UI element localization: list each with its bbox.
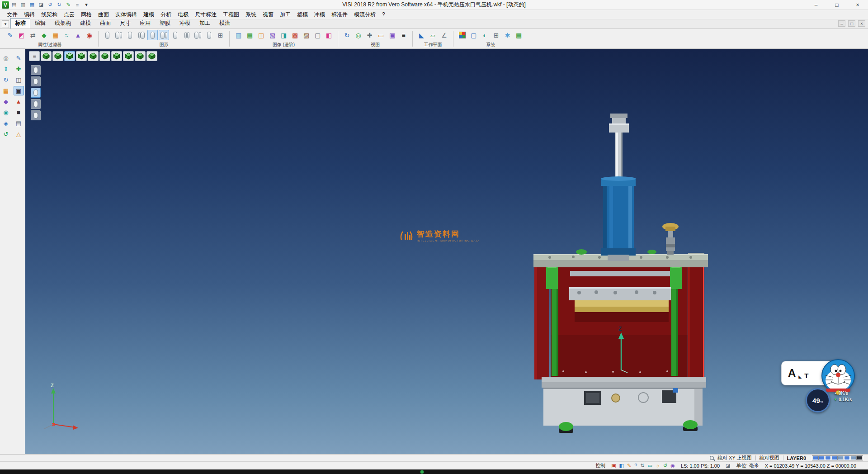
view-cube-icon[interactable] xyxy=(111,51,122,61)
zoom-window-icon[interactable]: ▭ xyxy=(376,30,386,40)
snowflake-icon[interactable]: ✱ xyxy=(502,30,513,40)
color-swatch[interactable] xyxy=(819,456,825,460)
tab-overflow-button[interactable]: ▼ xyxy=(2,20,9,28)
graphics-style-icon[interactable] xyxy=(147,30,158,40)
color-swatch[interactable] xyxy=(844,456,850,460)
color-swatch[interactable] xyxy=(825,456,831,460)
display-mode-icon[interactable]: ◧ xyxy=(619,463,624,468)
new-file-icon[interactable]: ▤ xyxy=(10,1,18,9)
color-swatch[interactable] xyxy=(838,456,844,460)
view-cube-icon[interactable] xyxy=(41,51,52,61)
workplane-corner-icon[interactable]: ◣ xyxy=(416,30,427,40)
pan-icon[interactable]: ✚ xyxy=(364,30,375,40)
graphics-style-icon[interactable] xyxy=(159,30,169,40)
notes-tool-icon[interactable]: ▤ xyxy=(14,118,24,128)
monitor-icon[interactable]: ▢ xyxy=(468,30,479,40)
graphics-style-icon[interactable] xyxy=(136,30,146,40)
tab-machining[interactable]: 加工 xyxy=(195,18,215,28)
attribute-pencil-icon[interactable]: ✎ xyxy=(5,30,15,40)
backhatch-icon[interactable]: ▨ xyxy=(301,30,311,40)
wireframe-box-icon[interactable]: ▢ xyxy=(312,30,323,40)
globe-icon[interactable]: ◐ xyxy=(480,30,490,40)
halfshade-icon[interactable]: ◨ xyxy=(278,30,289,40)
graphics-style-icon[interactable] xyxy=(102,30,113,40)
absolute-view-label[interactable]: 绝对视图 xyxy=(760,455,779,461)
print-icon[interactable]: ◪ xyxy=(37,1,45,9)
tab-standard[interactable]: 标准 xyxy=(10,18,30,28)
tab-modeling[interactable]: 建模 xyxy=(75,18,95,28)
wave-filter-icon[interactable]: ≈ xyxy=(61,30,72,40)
grid-filter-icon[interactable]: ▦ xyxy=(50,30,61,40)
view-list-icon[interactable]: ≡ xyxy=(398,30,409,40)
color-palette-icon[interactable] xyxy=(457,30,467,40)
printer-status-icon[interactable]: ◪ xyxy=(726,463,730,468)
section-icon[interactable]: ◧ xyxy=(324,30,334,40)
crosshatch-icon[interactable]: ▩ xyxy=(290,30,300,40)
report-icon[interactable]: ▤ xyxy=(514,30,524,40)
zoom-status-icon[interactable] xyxy=(710,456,714,460)
solid-tool-icon[interactable]: ▣ xyxy=(14,86,24,95)
menu-item-system[interactable]: 系统 xyxy=(242,10,259,19)
tab-wireframe[interactable]: 线架构 xyxy=(50,18,75,28)
close-button[interactable]: × xyxy=(847,0,868,9)
graphics-style-icon[interactable] xyxy=(204,30,214,40)
sketch-tool-icon[interactable]: ✎ xyxy=(14,53,24,63)
tab-flow[interactable]: 模流 xyxy=(215,18,235,28)
tab-dimension[interactable]: 尺寸 xyxy=(115,18,135,28)
rotate-view-icon[interactable]: ↻ xyxy=(342,30,352,40)
color-swatch[interactable] xyxy=(812,456,818,460)
snap-control-label[interactable]: 控制 xyxy=(595,462,605,469)
workplane-angle-icon[interactable]: ∠ xyxy=(439,30,449,40)
diamond-tool-icon[interactable]: ◆ xyxy=(1,97,11,106)
graphics-style-icon[interactable] xyxy=(170,30,180,40)
speed-ball[interactable]: 49% xyxy=(806,388,830,412)
graphics-style-icon[interactable] xyxy=(181,30,192,40)
edit-icon[interactable]: ✎ xyxy=(64,1,72,9)
qat-dropdown-icon[interactable]: ▾ xyxy=(82,1,90,9)
swap-attributes-icon[interactable]: ⇄ xyxy=(28,30,38,40)
list-icon[interactable]: ≡ xyxy=(73,1,81,9)
filter-body-icon[interactable] xyxy=(31,88,41,98)
zoom-fit-icon[interactable]: ◎ xyxy=(353,30,363,40)
rotate-tool-icon[interactable]: ↻ xyxy=(1,75,11,85)
target-tool-icon[interactable]: ◉ xyxy=(1,108,11,117)
prism-tool-icon[interactable]: △ xyxy=(14,129,24,139)
view-cube-icon[interactable] xyxy=(135,51,146,61)
layer-label[interactable]: LAYER0 xyxy=(787,455,806,461)
doc-close-button[interactable]: × xyxy=(858,20,865,27)
view-cube-icon[interactable] xyxy=(146,51,157,61)
color-swatch[interactable] xyxy=(857,456,863,460)
undo-tool-icon[interactable]: ↺ xyxy=(1,129,11,139)
iso-view-icon[interactable]: ▣ xyxy=(387,30,397,40)
machine-model-3d[interactable]: Z xyxy=(532,110,740,440)
triangle-tool-icon[interactable]: ▲ xyxy=(14,97,24,106)
edit-mode-icon[interactable]: ✎ xyxy=(627,463,631,468)
menu-item-moldflow[interactable]: 模流分析 xyxy=(351,10,379,19)
filter-curve-icon[interactable] xyxy=(31,99,41,109)
save-file-icon[interactable]: ▦ xyxy=(28,1,36,9)
workplane-plane-icon[interactable]: ▱ xyxy=(428,30,438,40)
mesh-tool-icon[interactable]: ▦ xyxy=(1,86,11,95)
menu-item-help[interactable]: ? xyxy=(379,10,388,19)
view-list-icon[interactable]: ≡ xyxy=(29,51,40,61)
type-filter-icon[interactable]: ▲ xyxy=(73,30,83,40)
move-tool-icon[interactable]: ⇕ xyxy=(1,64,11,74)
doc-minimize-button[interactable]: – xyxy=(838,20,845,27)
tab-apply[interactable]: 应用 xyxy=(135,18,155,28)
color-swatch[interactable] xyxy=(850,456,856,460)
help-status-icon[interactable]: ? xyxy=(634,463,637,468)
doc-restore-button[interactable]: □ xyxy=(848,20,855,27)
maximize-button[interactable]: □ xyxy=(826,0,847,9)
graphics-style-icon[interactable] xyxy=(125,30,135,40)
texture-icon[interactable]: ◫ xyxy=(256,30,266,40)
render-icon[interactable]: ▤ xyxy=(245,30,255,40)
layer-filter-icon[interactable]: ◆ xyxy=(39,30,49,40)
tab-mold[interactable]: 塑膜 xyxy=(155,18,175,28)
monitor-status-icon[interactable]: ▭ xyxy=(648,463,652,468)
view-cube-icon[interactable] xyxy=(64,51,75,61)
gem-tool-icon[interactable]: ◈ xyxy=(1,118,11,128)
graphics-settings-icon[interactable]: ⊞ xyxy=(215,30,226,40)
assistant-widget[interactable]: A ◣ T 49% ▲0K/s xyxy=(778,359,867,414)
minimize-button[interactable]: – xyxy=(806,0,826,9)
view-cube-icon[interactable] xyxy=(52,51,63,61)
